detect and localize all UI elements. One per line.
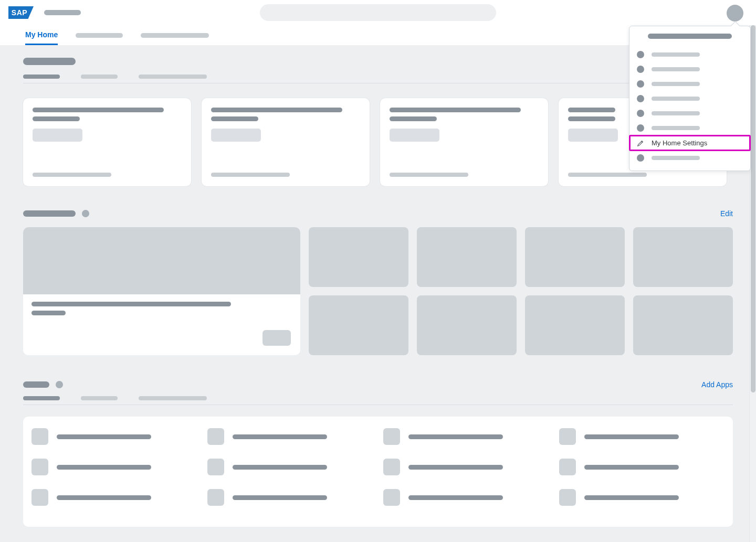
tab-placeholder[interactable]	[141, 25, 209, 45]
insights-grid	[23, 227, 733, 355]
sap-logo[interactable]: SAP	[8, 6, 34, 19]
app-item[interactable]	[559, 428, 724, 445]
scrollbar-thumb[interactable]	[751, 25, 755, 392]
cards-row	[23, 98, 733, 186]
app-title-placeholder	[44, 10, 81, 15]
section-header: Add Apps	[23, 380, 733, 389]
card-image-placeholder	[23, 227, 300, 294]
filter-tabs	[23, 75, 733, 83]
app-item[interactable]	[207, 459, 373, 475]
app-item[interactable]	[559, 459, 724, 475]
section-title-placeholder	[23, 381, 49, 388]
mini-tile[interactable]	[633, 227, 733, 287]
section-header: Edit	[23, 209, 733, 218]
filter-tabs	[23, 396, 733, 405]
mini-tile[interactable]	[633, 295, 733, 355]
content-card[interactable]	[23, 98, 191, 186]
user-menu-item[interactable]	[629, 106, 750, 121]
section-title-placeholder	[23, 210, 76, 217]
mini-tile[interactable]	[525, 295, 625, 355]
edit-button[interactable]: Edit	[720, 209, 733, 218]
app-item[interactable]	[32, 459, 197, 475]
user-menu-header	[629, 26, 750, 45]
card-action-button[interactable]	[262, 330, 291, 346]
app-item[interactable]	[207, 428, 373, 445]
search-input[interactable]	[260, 4, 496, 21]
filter-tab[interactable]	[81, 75, 118, 79]
user-menu-item[interactable]	[629, 62, 750, 77]
content-card[interactable]	[202, 98, 370, 186]
app-item[interactable]	[383, 459, 549, 475]
user-menu: My Home Settings	[629, 26, 751, 171]
filter-tab-active[interactable]	[23, 75, 60, 79]
filter-tab[interactable]	[139, 75, 207, 79]
mini-tile-grid	[309, 227, 733, 355]
tab-my-home[interactable]: My Home	[25, 25, 58, 45]
apps-panel	[23, 417, 733, 527]
app-item[interactable]	[32, 489, 197, 506]
app-item[interactable]	[383, 428, 549, 445]
app-item[interactable]	[383, 489, 549, 506]
app-item[interactable]	[32, 428, 197, 445]
add-apps-button[interactable]: Add Apps	[701, 380, 733, 389]
count-badge-placeholder	[82, 210, 89, 217]
filter-tab[interactable]	[139, 396, 207, 400]
mini-tile[interactable]	[417, 295, 517, 355]
user-menu-list: My Home Settings	[629, 45, 750, 167]
user-menu-item[interactable]	[629, 91, 750, 106]
app-header: SAP	[0, 0, 756, 25]
mini-tile[interactable]	[309, 295, 408, 355]
user-menu-item[interactable]	[629, 77, 750, 91]
filter-tab-active[interactable]	[23, 396, 60, 400]
tab-placeholder[interactable]	[76, 25, 123, 45]
user-menu-item[interactable]	[629, 121, 750, 135]
user-menu-item-my-home-settings[interactable]: My Home Settings	[629, 135, 750, 151]
count-badge-placeholder	[56, 381, 63, 388]
app-item[interactable]	[559, 489, 724, 506]
filter-tab[interactable]	[81, 396, 118, 400]
user-menu-item-label: My Home Settings	[652, 139, 707, 147]
user-avatar[interactable]	[727, 5, 743, 22]
mini-tile[interactable]	[525, 227, 625, 287]
section-title-placeholder	[23, 58, 76, 65]
mini-tile[interactable]	[309, 227, 408, 287]
mini-tile[interactable]	[417, 227, 517, 287]
featured-card[interactable]	[23, 227, 300, 355]
app-item[interactable]	[207, 489, 373, 506]
content-card[interactable]	[380, 98, 548, 186]
user-menu-item[interactable]	[629, 47, 750, 62]
pencil-icon	[637, 140, 644, 147]
user-menu-item[interactable]	[629, 151, 750, 165]
